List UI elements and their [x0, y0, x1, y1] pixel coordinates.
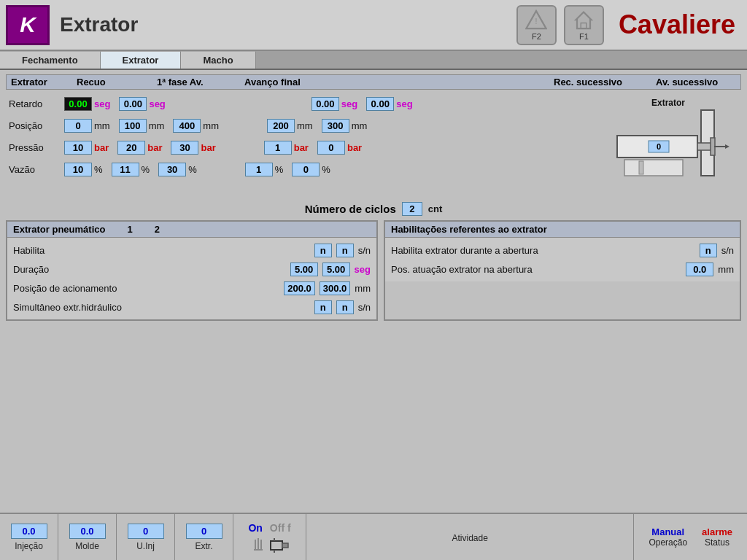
tab-fechamento[interactable]: Fechamento	[0, 51, 101, 69]
pneumatico-posicao-val1[interactable]: 200.0	[284, 281, 315, 295]
pneumatico-simultaneo-label: Simultâneo extr.hidráulico	[13, 302, 310, 313]
sb-atividade: Atividade	[306, 514, 634, 560]
sh-rec-suc: Rec. sucessivo	[554, 77, 641, 88]
tab-macho[interactable]: Macho	[181, 51, 255, 69]
pressao-recsuc-val[interactable]: 1	[264, 141, 292, 155]
sb-uinj-label: U.Inj	[136, 541, 155, 551]
pneumatico-habilita-val2[interactable]: n	[336, 244, 354, 257]
hab-pos-label: Pos. atuação extrator na abertura	[391, 264, 681, 275]
home-icon	[573, 9, 595, 31]
svg-marker-2	[576, 12, 592, 29]
motor-icon	[269, 537, 290, 553]
pneumatico-simultaneo-val1[interactable]: n	[314, 300, 332, 314]
pneumatico-duracao-val2[interactable]: 5.00	[322, 262, 350, 276]
posicao-fase1-val[interactable]: 100	[119, 119, 147, 133]
logo-box: K	[6, 5, 50, 45]
tab-extrator[interactable]: Extrator	[101, 51, 182, 69]
pneumatico-duracao-label: Duração	[13, 264, 286, 275]
vazao-recsuc-val[interactable]: 1	[245, 163, 273, 176]
sb-molde-val: 0.0	[69, 524, 106, 539]
svg-text:Extrator: Extrator	[651, 98, 685, 108]
posicao-recsuc-val[interactable]: 200	[267, 119, 295, 133]
pressao-recuo-val[interactable]: 10	[64, 141, 92, 155]
vazao-fase1-val[interactable]: 11	[112, 163, 139, 176]
posicao-avanco-val[interactable]: 400	[173, 119, 201, 133]
sb-extr-val: 0	[186, 524, 222, 539]
sb-extr[interactable]: 0 Extr.	[175, 514, 233, 560]
f2-button[interactable]: ! F2	[516, 5, 557, 45]
logo-icon: K	[20, 12, 36, 37]
sb-injecao-label: Injeção	[15, 541, 43, 551]
vazao-avsuc-unit: %	[322, 164, 330, 175]
sb-off-text[interactable]: Off f	[270, 522, 291, 534]
extrator-diagram: Extrator 0	[595, 93, 741, 198]
pressao-fase1-val[interactable]: 20	[117, 141, 145, 155]
hab-pos-row: Pos. atuação extrator na abertura 0.0 mm	[391, 260, 734, 279]
retardo-avsuc-cell: 0.00 seg	[363, 96, 415, 112]
ciclos-val[interactable]: 2	[402, 202, 422, 216]
hab-pos-val[interactable]: 0.0	[686, 262, 713, 276]
sb-molde[interactable]: 0.0 Molde	[58, 514, 117, 560]
posicao-avsuc-val[interactable]: 300	[322, 119, 349, 133]
hab-habilita-unit: s/n	[721, 245, 734, 256]
pneumatico-habilita-val1[interactable]: n	[314, 244, 332, 257]
statusbar: 0.0 Injeção 0.0 Molde 0 U.Inj 0 Extr. On…	[0, 513, 747, 560]
f2-label: F2	[532, 32, 541, 41]
posicao-recuo-val[interactable]: 0	[64, 119, 92, 133]
svg-marker-14	[725, 144, 729, 149]
warning-icon: !	[525, 9, 547, 31]
pneumatico-simultaneo-val2[interactable]: n	[336, 300, 354, 314]
retardo-label: Retardo	[7, 98, 58, 109]
posicao-avsuc-unit: mm	[352, 120, 368, 131]
retardo-recuo-unit: seg	[94, 98, 110, 109]
f1-button[interactable]: F1	[564, 5, 604, 45]
posicao-fase1-unit: mm	[149, 120, 165, 131]
retardo-avsuc-val[interactable]: 0.00	[366, 97, 394, 111]
pressao-recsuc-unit: bar	[294, 142, 309, 153]
section-header: Extrator Recuo 1ª fase Av. Avanço final …	[6, 74, 741, 90]
sb-uinj[interactable]: 0 U.Inj	[117, 514, 175, 560]
vazao-recsuc-unit: %	[275, 164, 284, 175]
pneumatico-posicao-label: Posição de acionamento	[13, 283, 279, 294]
pneumatico-habilita-row: Habilita n n s/n	[13, 241, 371, 260]
retardo-fase1-val[interactable]: 0.00	[119, 97, 147, 111]
sh-avanco: Avanço final	[244, 77, 317, 88]
svg-rect-12	[639, 161, 643, 174]
sb-uinj-val: 0	[128, 524, 164, 539]
retardo-recuo-cell: 0.00 seg	[61, 96, 113, 112]
retardo-recuo-val[interactable]: 0.00	[64, 97, 92, 111]
vazao-recuo-val[interactable]: 10	[64, 163, 92, 176]
pressao-avanco-val[interactable]: 30	[171, 141, 198, 155]
pneumatico-posicao-row: Posição de acionamento 200.0 300.0 mm	[13, 279, 371, 298]
vazao-fase1-unit: %	[142, 164, 150, 175]
ciclos-row: Número de ciclos 2 cnt	[6, 202, 741, 216]
sb-molde-label: Molde	[75, 541, 99, 551]
hab-habilita-label: Habilita extrator durante a abertura	[391, 245, 695, 256]
svg-rect-19	[271, 541, 282, 550]
pneumatico-duracao-unit: seg	[355, 264, 371, 275]
pressao-label: Pressão	[7, 142, 58, 153]
pneumatico-duracao-val1[interactable]: 5.00	[290, 262, 318, 276]
posicao-recuo-unit: mm	[94, 120, 110, 131]
posicao-recsuc-unit: mm	[297, 120, 313, 131]
sb-on-text[interactable]: On	[248, 522, 262, 534]
pressao-avsuc-val[interactable]: 0	[317, 141, 345, 155]
pneumatico-col2: 2	[155, 224, 160, 235]
retardo-avsuc-unit: seg	[396, 98, 412, 109]
habilitacoes-header: Habilitações referentes ao extrator	[391, 224, 547, 235]
pressao-fase1-unit: bar	[147, 142, 162, 153]
retardo-recsuc-val[interactable]: 0.00	[311, 97, 339, 111]
sh-extrator: Extrator	[11, 77, 62, 88]
retardo-recsuc-cell: 0.00 seg	[309, 96, 360, 112]
sb-status-label: Status	[705, 537, 729, 548]
pneumatico-duracao-row: Duração 5.00 5.00 seg	[13, 260, 371, 279]
sb-injecao[interactable]: 0.0 Injeção	[0, 514, 58, 560]
vazao-avanco-val[interactable]: 30	[158, 163, 186, 176]
vazao-avsuc-val[interactable]: 0	[292, 163, 320, 176]
svg-text:!: !	[535, 17, 538, 26]
hab-pos-unit: mm	[718, 264, 734, 275]
hab-habilita-val[interactable]: n	[700, 244, 717, 257]
pneumatico-simultaneo-unit: s/n	[358, 302, 371, 313]
sh-av-suc: Av. sucessivo	[656, 77, 736, 88]
pneumatico-posicao-val2[interactable]: 300.0	[320, 281, 351, 295]
